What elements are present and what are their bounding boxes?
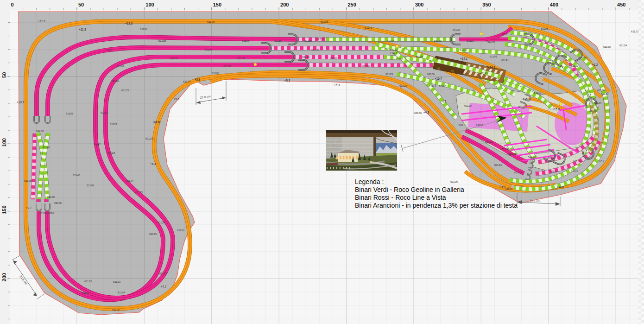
svg-text:61112: 61112	[390, 48, 398, 51]
svg-text:61110: 61110	[304, 39, 312, 42]
svg-text:61141: 61141	[436, 58, 444, 61]
svg-text:61106: 61106	[450, 180, 458, 183]
svg-text:+11.0: +11.0	[38, 19, 45, 23]
svg-text:150: 150	[213, 2, 221, 7]
svg-text:61140: 61140	[73, 174, 81, 177]
svg-text:61124: 61124	[82, 292, 90, 294]
svg-text:61108: 61108	[170, 57, 178, 60]
svg-text:61123: 61123	[548, 156, 556, 159]
svg-text:61141: 61141	[480, 72, 488, 75]
svg-text:61109: 61109	[117, 65, 125, 68]
svg-text:Legenda :: Legenda :	[355, 178, 384, 185]
svg-text:50: 50	[1, 72, 7, 78]
svg-text:61110: 61110	[460, 48, 467, 51]
svg-text:+3.3: +3.3	[499, 185, 505, 189]
svg-text:61108: 61108	[237, 57, 245, 60]
svg-text:61106: 61106	[603, 45, 611, 48]
svg-text:+0.2: +0.2	[502, 32, 508, 36]
svg-text:61123: 61123	[121, 89, 129, 92]
svg-text:100: 100	[145, 2, 154, 7]
svg-text:61124: 61124	[145, 137, 153, 140]
svg-text:+16.7: +16.7	[435, 77, 442, 80]
svg-text:61123: 61123	[528, 155, 536, 158]
svg-text:+14.1: +14.1	[488, 66, 495, 69]
svg-text:+14.1: +14.1	[460, 57, 467, 60]
svg-text:61123: 61123	[107, 152, 115, 154]
svg-text:+12.3: +12.3	[125, 22, 133, 25]
svg-text:+13.2: +13.2	[386, 39, 394, 43]
svg-text:61106: 61106	[362, 65, 370, 68]
svg-text:Binari Arancioni - in pendenza: Binari Arancioni - in pendenza 1,3% per …	[355, 202, 518, 209]
svg-text:+6.8: +6.8	[154, 121, 160, 124]
svg-text:61106: 61106	[54, 202, 62, 204]
svg-text:61123: 61123	[84, 280, 92, 283]
svg-text:61123: 61123	[113, 280, 121, 283]
svg-text:61124: 61124	[494, 164, 502, 166]
svg-text:61123: 61123	[631, 30, 639, 33]
svg-text:+6.3: +6.3	[150, 162, 156, 165]
svg-text:+5.3: +5.3	[284, 79, 290, 82]
svg-text:+2.2: +2.2	[599, 159, 605, 163]
svg-text:61105: 61105	[589, 110, 597, 113]
svg-text:61110: 61110	[501, 148, 509, 151]
svg-text:50: 50	[78, 2, 84, 7]
svg-text:61123: 61123	[101, 111, 108, 114]
svg-text:400: 400	[550, 2, 558, 7]
svg-text:61110: 61110	[534, 91, 541, 94]
svg-text:6110: 6110	[48, 212, 55, 215]
svg-text:61106: 61106	[416, 55, 423, 58]
svg-text:61108: 61108	[158, 39, 166, 42]
svg-text:61123: 61123	[508, 152, 516, 155]
svg-text:61128: 61128	[597, 89, 605, 92]
svg-text:61106: 61106	[557, 185, 565, 188]
svg-text:61110: 61110	[467, 39, 474, 42]
svg-text:+10.7: +10.7	[17, 101, 24, 104]
svg-text:61123: 61123	[385, 73, 393, 76]
svg-text:+12.3: +12.3	[316, 38, 323, 41]
svg-text:61108: 61108	[242, 39, 250, 42]
svg-text:61110: 61110	[274, 39, 282, 42]
svg-text:61164: 61164	[550, 170, 558, 173]
svg-text:61106: 61106	[207, 20, 215, 23]
svg-text:300: 300	[415, 2, 423, 7]
svg-text:Binari Verdi - Roco Geoline in: Binari Verdi - Roco Geoline in Galleria	[355, 186, 464, 193]
svg-text:+14.3: +14.3	[429, 84, 436, 88]
svg-text:61106: 61106	[330, 57, 338, 60]
svg-text:+9.7: +9.7	[26, 206, 32, 210]
svg-text:61108: 61108	[205, 48, 213, 51]
svg-text:61106: 61106	[427, 73, 435, 76]
svg-text:61106: 61106	[87, 184, 95, 187]
svg-text:61106: 61106	[439, 85, 447, 88]
svg-text:61106: 61106	[177, 229, 185, 232]
svg-text:6110: 6110	[106, 48, 113, 51]
svg-text:450: 450	[617, 2, 625, 7]
svg-text:61106: 61106	[112, 308, 120, 311]
svg-text:61124: 61124	[94, 142, 101, 145]
svg-text:61123: 61123	[110, 123, 118, 126]
svg-text:61124: 61124	[183, 80, 191, 83]
svg-text:61141: 61141	[490, 55, 498, 58]
svg-text:61123: 61123	[149, 233, 157, 235]
svg-text:61106: 61106	[47, 196, 55, 198]
svg-text:61123: 61123	[571, 169, 579, 172]
svg-text:61123: 61123	[485, 140, 493, 143]
svg-text:61106: 61106	[66, 112, 74, 115]
svg-text:61123: 61123	[571, 64, 579, 67]
svg-text:-0.1: -0.1	[442, 100, 447, 103]
svg-text:0: 0	[11, 2, 14, 7]
svg-text:61130: 61130	[601, 92, 609, 95]
svg-text:61106: 61106	[541, 27, 549, 30]
svg-text:61109: 61109	[223, 65, 231, 68]
svg-text:61123: 61123	[514, 171, 522, 174]
svg-text:61110: 61110	[434, 39, 442, 42]
svg-text:+1.2: +1.2	[592, 63, 598, 66]
svg-text:61140: 61140	[453, 29, 461, 32]
svg-text:+4.3: +4.3	[423, 111, 429, 114]
svg-text:+15.0: +15.0	[552, 108, 560, 111]
svg-text:61106: 61106	[140, 28, 148, 31]
svg-text:+5.3: +5.3	[334, 83, 340, 87]
svg-text:61124: 61124	[619, 44, 627, 47]
svg-text:200: 200	[280, 2, 289, 7]
svg-text:31.7 cm: 31.7 cm	[530, 199, 540, 203]
svg-text:61110: 61110	[39, 212, 47, 215]
